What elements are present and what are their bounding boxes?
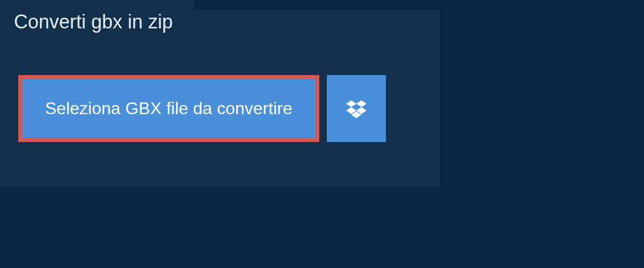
dropbox-button[interactable]	[327, 75, 386, 142]
converter-panel: Converti gbx in zip Seleziona GBX file d…	[0, 10, 440, 187]
action-row: Seleziona GBX file da convertire	[18, 75, 386, 142]
select-file-button[interactable]: Seleziona GBX file da convertire	[18, 75, 319, 142]
tab-title: Converti gbx in zip	[14, 11, 173, 33]
panel-tab: Converti gbx in zip	[0, 0, 194, 45]
select-file-label: Seleziona GBX file da convertire	[45, 99, 292, 118]
dropbox-icon	[346, 99, 367, 119]
